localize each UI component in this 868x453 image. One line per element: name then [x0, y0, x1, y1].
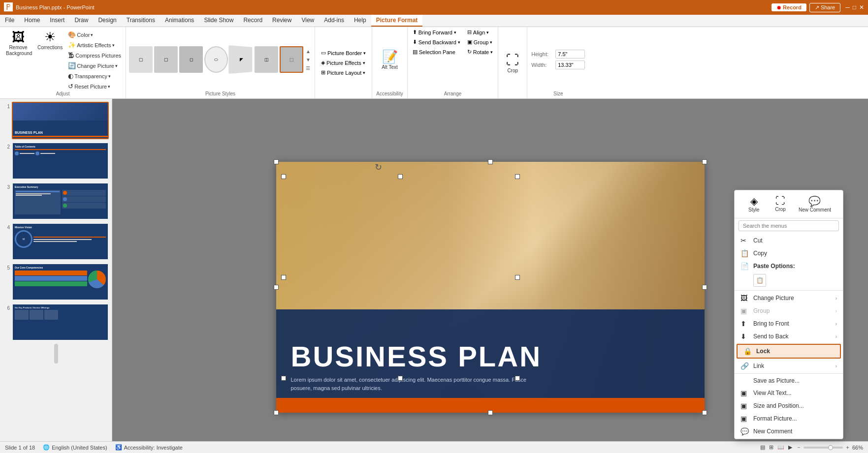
slide-num-1: 1 — [3, 102, 10, 109]
width-input[interactable] — [555, 60, 585, 69]
context-cut[interactable]: ✂ Cut — [735, 234, 843, 247]
style-scroll-up[interactable]: ▲ — [305, 48, 312, 55]
style-scroll-down[interactable]: ▼ — [305, 56, 312, 63]
selection-pane-button[interactable]: ▤ Selection Pane — [411, 48, 462, 56]
slide-canvas[interactable]: BUSINESS PLAN Lorem ipsum dolor sit amet… — [276, 162, 705, 413]
context-bring-to-front[interactable]: ⬆ Bring to Front › — [735, 317, 843, 330]
corrections-icon: ☀ — [44, 30, 56, 45]
artistic-effects-button[interactable]: ✨ Artistic Effects ▾ — [66, 40, 123, 50]
send-backward-button[interactable]: ⬇ Send Backward ▾ — [411, 38, 462, 46]
context-lock[interactable]: 🔒 Lock — [737, 344, 841, 359]
tab-addins[interactable]: Add-ins — [319, 15, 349, 27]
context-change-picture[interactable]: 🖼 Change Picture › — [735, 292, 843, 304]
tab-animations[interactable]: Animations — [160, 15, 199, 27]
context-crop-button[interactable]: ⛶ Crop — [767, 193, 794, 215]
rotate-button[interactable]: ↻ Rotate ▾ — [465, 48, 495, 56]
tab-view[interactable]: View — [296, 15, 319, 27]
slide-thumb-1[interactable]: 1 BUSINESS PLAN — [3, 102, 109, 139]
style-scroll-btns: ▲ ▼ ☰ — [305, 48, 312, 72]
zoom-slider[interactable] — [804, 447, 843, 449]
transparency-button[interactable]: ◐ Transparency ▾ — [66, 71, 123, 81]
view-reading-button[interactable]: 📖 — [777, 444, 784, 451]
style-thumb-5[interactable]: ◤ — [228, 45, 252, 74]
view-presentation-button[interactable]: ▶ — [788, 444, 792, 451]
context-group[interactable]: ▣ Group › — [735, 304, 843, 317]
context-send-to-back[interactable]: ⬇ Send to Back › — [735, 330, 843, 343]
context-format-picture[interactable]: ▣ Format Picture... — [735, 412, 843, 425]
slide-thumb-3[interactable]: 3 Executive Summary — [3, 182, 109, 220]
slide-preview-5[interactable]: Our Core Competencies — [12, 263, 109, 301]
change-picture-button[interactable]: 🔄 Change Picture ▾ — [66, 61, 123, 70]
slide-preview-6[interactable]: Our Key Products / Service Offerings — [12, 303, 109, 341]
slide-preview-3[interactable]: Executive Summary — [12, 182, 109, 220]
slide-count: Slide 1 of 18 — [5, 445, 35, 451]
tab-picture-format[interactable]: Picture Format — [371, 15, 423, 27]
style-scroll-more[interactable]: ☰ — [305, 64, 312, 72]
context-save-as-picture[interactable]: Save as Picture... — [735, 375, 843, 387]
reset-picture-button[interactable]: ↺ Reset Picture ▾ — [66, 82, 123, 91]
minimize-button[interactable]: ─ — [845, 4, 850, 11]
picture-layout-button[interactable]: ⊞ Picture Layout ▾ — [319, 68, 368, 77]
context-link[interactable]: 🔗 Link › — [735, 360, 843, 372]
style-thumb-4[interactable]: ⬭ — [204, 46, 228, 73]
zoom-out-button[interactable]: － — [796, 444, 802, 451]
style-thumb-7[interactable]: ⬚ — [280, 46, 303, 73]
tab-home[interactable]: Home — [19, 15, 45, 27]
zoom-thumb[interactable] — [828, 445, 833, 450]
slide-thumb-6[interactable]: 6 Our Key Products / Service Offerings — [3, 303, 109, 341]
context-paste-button[interactable]: 📋 — [735, 272, 843, 289]
tab-transitions[interactable]: Transitions — [122, 15, 160, 27]
zoom-in-button[interactable]: ＋ — [845, 444, 850, 451]
context-search-input[interactable] — [739, 220, 839, 231]
color-button[interactable]: 🎨 Color ▾ — [66, 30, 123, 39]
bring-forward-button[interactable]: ⬆ Bring Forward ▾ — [411, 28, 462, 36]
rotate-handle[interactable]: ↻ — [375, 162, 382, 173]
record-button[interactable]: ⏺ Record — [772, 3, 806, 11]
view-slide-sorter-button[interactable]: ⊞ — [769, 444, 773, 451]
context-style-button[interactable]: ◈ Style — [740, 193, 767, 215]
compress-pictures-button[interactable]: 🗜 Compress Pictures — [66, 51, 123, 60]
remove-background-button[interactable]: 🖼 Remove Background — [3, 28, 33, 58]
slide-preview-1[interactable]: BUSINESS PLAN — [12, 102, 109, 139]
slide-thumb-4[interactable]: 4 Mission Vision M — [3, 223, 109, 260]
adjust-group-label: Adjust — [3, 91, 123, 97]
align-button[interactable]: ⊟ Align ▾ — [465, 28, 495, 36]
bring-forward-icon: ⬆ — [413, 29, 417, 35]
context-view-alt-text[interactable]: ▣ View Alt Text... — [735, 387, 843, 399]
close-button[interactable]: ✕ — [859, 4, 864, 11]
height-input[interactable] — [555, 50, 585, 59]
tab-slideshow[interactable]: Slide Show — [199, 15, 238, 27]
picture-effects-button[interactable]: ◈ Picture Effects ▾ — [319, 59, 368, 67]
tab-file[interactable]: File — [0, 15, 19, 27]
color-icon: 🎨 — [68, 31, 76, 38]
style-thumb-2[interactable]: ▢ — [154, 46, 178, 73]
maximize-button[interactable]: □ — [853, 4, 856, 11]
status-bar-right: ▤ ⊞ 📖 ▶ － ＋ 66% — [760, 444, 863, 451]
group-button[interactable]: ▣ Group ▾ — [465, 38, 495, 46]
context-new-comment-item[interactable]: 💬 New Comment — [735, 425, 843, 438]
slide-preview-2[interactable]: Table of Contents — [12, 142, 109, 180]
slide-thumb-5[interactable]: 5 Our Core Competencies — [3, 263, 109, 301]
style-thumb-1[interactable]: ▢ — [129, 46, 153, 73]
tab-help[interactable]: Help — [349, 15, 371, 27]
context-copy[interactable]: 📋 Copy — [735, 247, 843, 260]
picture-border-button[interactable]: ▭ Picture Border ▾ — [319, 49, 368, 57]
share-button[interactable]: ↗ Share — [809, 3, 840, 12]
change-picture-dropdown-icon: ▾ — [115, 63, 118, 68]
crop-button[interactable]: ⛶ Crop — [502, 28, 523, 97]
style-thumb-6[interactable]: ◫ — [255, 46, 278, 73]
context-new-comment-button[interactable]: 💬 New Comment — [794, 193, 836, 215]
style-thumb-3[interactable]: ◻ — [179, 46, 203, 73]
slide-preview-4[interactable]: Mission Vision M — [12, 223, 109, 260]
slide-thumb-2[interactable]: 2 Table of Contents — [3, 142, 109, 180]
tab-review[interactable]: Review — [267, 15, 296, 27]
tab-design[interactable]: Design — [93, 15, 121, 27]
artistic-effects-icon: ✨ — [68, 41, 76, 49]
context-size-position[interactable]: ▣ Size and Position... — [735, 399, 843, 412]
tab-draw[interactable]: Draw — [69, 15, 93, 27]
tab-record[interactable]: Record — [238, 15, 267, 27]
corrections-button[interactable]: ☀ Corrections — [34, 28, 65, 52]
alt-text-button[interactable]: 📝 Alt Text — [378, 48, 402, 71]
view-normal-button[interactable]: ▤ — [760, 444, 765, 451]
tab-insert[interactable]: Insert — [45, 15, 69, 27]
